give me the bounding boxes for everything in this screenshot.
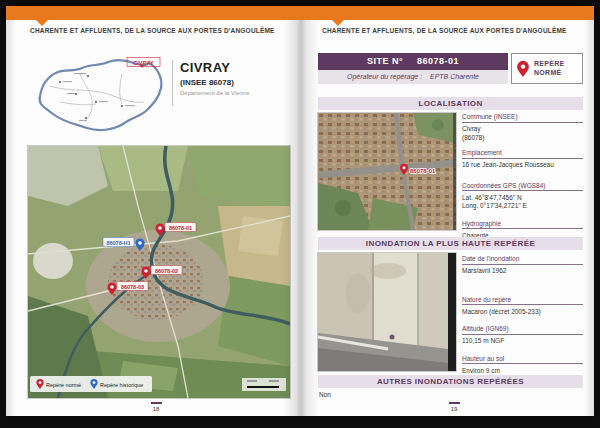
localisation-fields: Commune (INSEE) Civray (86078) Emplaceme… [462,113,583,249]
left-page-number: 18 [136,402,176,412]
repere-norme-badge: REPÈRE NORMÉ [511,53,583,84]
field-hauteur: Hauteur au sol Environ 9 cm [462,355,583,376]
field-emplacement: Emplacement 16 rue Jean-Jacques Rousseau [462,149,583,170]
commune-card: CIVRAY (INSEE 86078) Département de la V… [180,60,250,96]
town-aerial-map: 86078-01 86078-02 86078-03 86078-H1 [28,146,290,398]
autres-value: Non [319,391,331,398]
map-legend: Repère normé Repère historique [30,376,152,392]
photo-edge-shadow [453,113,456,230]
field-gps: Coordonnées GPS (WGS84) Lat. 46°8'47,745… [462,182,583,211]
scanned-book-spread: CHARENTE ET AFFLUENTS, DE LA SOURCE AUX … [0,0,600,428]
section-header-autres: AUTRES INONDATIONS REPÉRÉES [318,375,583,388]
field-commune: Commune (INSEE) Civray (86078) [462,113,583,142]
svg-text:86078-01: 86078-01 [169,225,192,231]
wall-stain-2 [346,273,370,313]
cover-top-band [6,6,594,20]
field-date: Date de l'inondation Mars/avril 1962 [462,255,583,276]
right-page-title: CHARENTE ET AFFLUENTS, DE LA SOURCE AUX … [322,27,567,34]
basin-locator-map: CIVRAY [30,54,168,138]
right-page-notch [332,20,344,26]
operator-value: EPTB Charente [430,73,479,80]
wall-stain [370,263,406,279]
map-pin-icon [516,60,530,78]
watershed-outline [40,60,162,130]
doorway-shadow [448,253,456,371]
field-altitude: Altitude (IGN69) 110,15 m NGF [462,325,583,346]
left-page-title: CHARENTE ET AFFLUENTS, DE LA SOURCE AUX … [30,27,275,34]
badge-text: REPÈRE NORMÉ [534,60,565,77]
photo-pin-label: 86078-01 [410,168,436,174]
section-header-localisation: LOCALISATION [318,97,583,110]
page-number-rule [151,402,162,404]
operator-label: Opérateur du repérage : [347,73,422,80]
legend-historique-label: Repère historique [100,382,143,388]
site-number: 86078-01 [417,56,459,66]
site-label: SITE N° [367,56,403,66]
commune-departement: Département de la Vienne [180,90,250,96]
localisation-aerial-photo: 86078-01 [318,113,456,230]
svg-text:86078-03: 86078-03 [121,284,144,290]
card-divider [172,60,173,106]
commune-insee: (INSEE 86078) [180,78,250,87]
right-edge-shadow [584,20,594,416]
field-nature: Nature du repère Macaron (décret 2005-23… [462,296,583,317]
civray-map-label: CIVRAY [133,60,154,66]
section-header-inondation: INONDATION LA PLUS HAUTE REPÉRÉE [318,237,583,250]
commune-name: CIVRAY [180,60,250,75]
right-page-number: 19 [434,402,474,412]
svg-text:86078-02: 86078-02 [155,268,178,274]
book-gutter-shadow [283,20,319,416]
page-number-rule [449,402,460,404]
legend-norme-label: Repère normé [46,382,81,388]
operator-bar: Opérateur du repérage : EPTB Charente [318,70,508,84]
site-number-bar: SITE N° 86078-01 [318,53,508,70]
book-pages: CHARENTE ET AFFLUENTS, DE LA SOURCE AUX … [6,6,594,416]
svg-text:86078-H1: 86078-H1 [106,240,130,246]
flood-marker-photo [318,253,456,371]
left-page-notch [36,20,48,26]
inondation-fields: Date de l'inondation Mars/avril 1962 Nat… [462,255,583,384]
map-scale-bar [242,378,286,391]
left-edge-shadow [6,20,16,416]
macaron-marker [390,335,395,340]
